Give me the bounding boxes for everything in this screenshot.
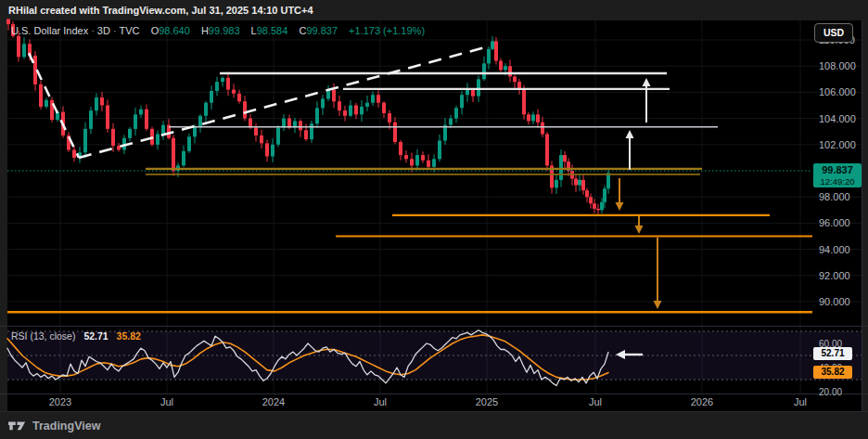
rsi-value: 52.71 — [83, 330, 108, 342]
price-tick-label: 92.000 — [819, 270, 850, 281]
tradingview-logo-icon[interactable] — [8, 419, 26, 433]
price-tick-label: 98.000 — [819, 191, 850, 202]
last-price-badge: 99.837 12:49:20 — [813, 163, 862, 187]
time-tick-label: 2023 — [49, 396, 71, 407]
bar-countdown: 12:49:20 — [813, 176, 862, 187]
rsi-ma-value: 35.82 — [117, 330, 141, 342]
tradingview-brand-link[interactable]: TradingView — [32, 420, 100, 433]
price-tick-label: 90.000 — [819, 296, 850, 307]
time-tick-label: 2024 — [262, 396, 285, 407]
rsi-legend[interactable]: RSI (13, close) 52.71 35.82 — [11, 330, 141, 342]
rsi-name: RSI — [11, 330, 28, 342]
open-value: 98.640 — [159, 25, 190, 36]
tradingview-chart-window: RHilal created with TradingView.com, Jul… — [0, 0, 868, 439]
ohlc-open: O98.640 — [151, 25, 190, 36]
symbol-legend[interactable]: U.S. Dollar Index·3D·TVC O98.640 H99.983… — [11, 25, 425, 36]
time-tick-label: 2026 — [691, 396, 713, 407]
price-tick-label: 104.000 — [819, 113, 856, 124]
low-value: 98.584 — [257, 25, 288, 36]
legend-separator: · — [88, 25, 97, 36]
rsi-ma-value-badge: 35.82 — [813, 366, 852, 379]
exchange-label: TVC — [120, 25, 140, 36]
price-tick-label: 102.000 — [819, 139, 856, 150]
high-value: 99.983 — [209, 25, 240, 36]
ohlc-high: H99.983 — [201, 25, 240, 36]
time-tick-label: Jul — [374, 396, 387, 407]
price-tick-label: 108.000 — [819, 60, 856, 71]
interval-label: 3D — [97, 25, 110, 36]
high-label: H — [201, 25, 209, 36]
time-tick-label: Jul — [589, 396, 602, 407]
price-tick-label: 96.000 — [819, 217, 850, 228]
ohlc-close: C99.837 — [299, 25, 338, 36]
rsi-value-badge: 52.71 — [813, 347, 852, 360]
time-tick-label: Jul — [160, 396, 173, 407]
close-value: 99.837 — [306, 25, 338, 36]
last-price-value: 99.837 — [813, 163, 862, 176]
symbol-name: U.S. Dollar Index — [11, 25, 88, 36]
open-label: O — [151, 25, 160, 36]
change-value: +1.173 (+1.19%) — [349, 25, 425, 36]
legend-separator: · — [110, 25, 120, 36]
price-tick-label: 106.000 — [819, 86, 856, 97]
time-tick-label: Jul — [794, 396, 807, 407]
time-tick-label: 2025 — [476, 396, 498, 407]
price-tick-label: 94.000 — [819, 244, 850, 255]
rsi-tick-label: 20.00 — [819, 387, 842, 397]
footer-bar: TradingView — [0, 411, 868, 439]
ohlc-low: L98.584 — [251, 25, 288, 36]
rsi-params: (13, close) — [30, 330, 75, 342]
currency-toggle-button[interactable]: USD — [814, 23, 853, 43]
chart-canvas[interactable]: 110.000108.000106.000104.000102.00098.00… — [0, 0, 868, 439]
